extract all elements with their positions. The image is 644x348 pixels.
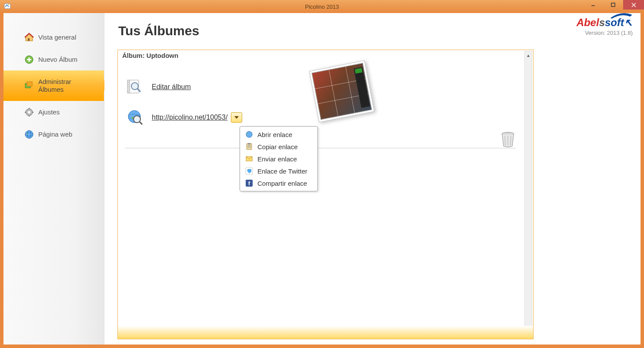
globe-icon (24, 130, 34, 139)
menu-item-twitter-link[interactable]: Enlace de Twitter (240, 165, 317, 177)
sidebar-item-manage-albums[interactable]: AdministrarÁlbumes (3, 70, 104, 101)
menu-item-label: Compartir enlace (257, 180, 307, 187)
sidebar-item-label: AdministrarÁlbumes (38, 78, 71, 94)
chevron-down-icon (234, 116, 239, 119)
sidebar-item-new-album[interactable]: Nuevo Álbum (3, 48, 104, 70)
album-body: Editar álbum http://picolino.net/10053/ … (118, 61, 533, 126)
svg-point-29 (246, 131, 252, 137)
svg-point-13 (28, 111, 30, 114)
window-controls (583, 0, 644, 10)
svg-rect-3 (611, 3, 615, 7)
version-label: Version: 2013 (1.8) (577, 30, 633, 36)
scroll-up-arrow-icon[interactable]: ▲ (525, 51, 532, 59)
mail-icon (245, 155, 253, 163)
titlebar: Picolino 2013 (0, 0, 644, 13)
page-title: Tus Álbumes (118, 23, 641, 38)
brand-logo: Abelssoft↖ Version: 2013 (1.8) (577, 17, 633, 36)
albums-icon (24, 81, 34, 90)
logo-swoosh-icon (608, 11, 634, 20)
menu-item-label: Enviar enlace (257, 155, 297, 163)
menu-item-copy-link[interactable]: Copiar enlace (240, 141, 317, 153)
facebook-icon: f (245, 179, 253, 187)
sidebar-item-label: Página web (38, 130, 72, 138)
album-thumbnail[interactable] (309, 60, 375, 123)
menu-item-label: Abrir enlace (257, 131, 292, 138)
content: Vista general Nuevo Álbum AdministrarÁlb… (3, 13, 641, 345)
globe-magnifier-icon (127, 109, 144, 126)
thumbnail-image (312, 63, 372, 120)
svg-rect-11 (27, 82, 32, 86)
svg-line-28 (140, 122, 142, 124)
gear-icon (24, 107, 34, 117)
plus-icon (24, 55, 34, 64)
maximize-button[interactable] (603, 0, 623, 10)
sidebar-item-label: Vista general (38, 33, 76, 41)
svg-point-23 (131, 83, 138, 90)
svg-rect-30 (247, 144, 252, 150)
menu-item-label: Copiar enlace (257, 143, 298, 151)
bottom-gradient (118, 326, 533, 339)
clipboard-icon (245, 143, 253, 151)
svg-rect-0 (4, 3, 10, 9)
menu-item-send-link[interactable]: Enviar enlace (240, 153, 317, 165)
url-dropdown-button[interactable] (231, 112, 242, 123)
delete-album-button[interactable] (500, 130, 516, 148)
url-dropdown-menu: Abrir enlace Copiar enlace Enviar enlace… (240, 126, 318, 191)
menu-item-label: Enlace de Twitter (257, 167, 307, 175)
sidebar-item-settings[interactable]: Ajustes (3, 101, 104, 123)
svg-text:f: f (248, 180, 250, 187)
app-icon (3, 2, 12, 11)
sidebar: Vista general Nuevo Álbum AdministrarÁlb… (3, 13, 104, 345)
sidebar-item-webpage[interactable]: Página web (3, 123, 104, 145)
window-title: Picolino 2013 (305, 3, 339, 10)
sidebar-item-label: Nuevo Álbum (38, 56, 77, 63)
home-icon (24, 33, 34, 42)
trash-icon (500, 130, 516, 148)
sidebar-item-label: Ajustes (38, 108, 60, 116)
album-url-link[interactable]: http://picolino.net/10053/ (152, 114, 227, 121)
close-button[interactable] (623, 0, 644, 10)
menu-item-share-link[interactable]: f Compartir enlace (240, 177, 317, 189)
svg-rect-31 (248, 143, 250, 144)
twitter-icon (245, 167, 253, 175)
album-header: Álbum: Uptodown (118, 50, 533, 61)
main: Abelssoft↖ Version: 2013 (1.8) Tus Álbum… (104, 13, 641, 345)
menu-item-open-link[interactable]: Abrir enlace (240, 128, 317, 141)
divider (125, 148, 516, 148)
svg-point-27 (133, 116, 140, 123)
edit-album-link[interactable]: Editar álbum (152, 83, 191, 91)
svg-point-1 (8, 4, 10, 5)
svg-point-18 (25, 130, 33, 138)
globe-icon (245, 130, 253, 138)
svg-rect-22 (127, 80, 130, 93)
svg-rect-6 (28, 38, 30, 41)
magnifier-page-icon (127, 78, 144, 96)
sidebar-item-overview[interactable]: Vista general (3, 26, 104, 48)
album-panel: Álbum: Uptodown ▲ ▼ Editar álbum http://… (117, 50, 534, 339)
minimize-button[interactable] (583, 0, 603, 10)
